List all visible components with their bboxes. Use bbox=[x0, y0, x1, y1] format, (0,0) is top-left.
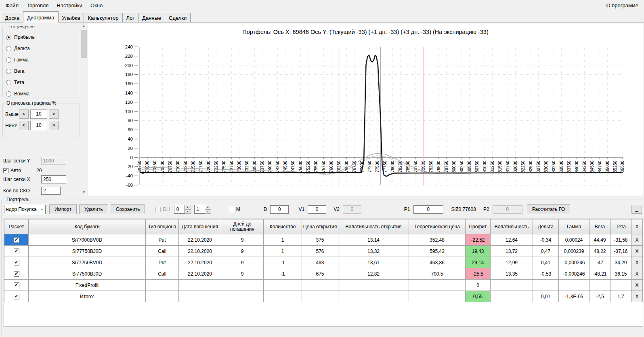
tab-Доска[interactable]: Доска bbox=[1, 13, 23, 22]
cell-theoretical-price[interactable] bbox=[409, 291, 466, 302]
cell-theta[interactable]: -31,58 bbox=[610, 234, 631, 246]
delete-row-button[interactable]: X bbox=[631, 291, 643, 302]
cell-gamma[interactable]: -0,000246 bbox=[559, 268, 589, 280]
tab-Сделки[interactable]: Сделки bbox=[165, 13, 191, 22]
cell-theoretical-price[interactable] bbox=[409, 280, 466, 291]
delete-row-button[interactable]: X bbox=[631, 246, 643, 257]
spinner-up-icon[interactable]: ▲ bbox=[205, 205, 211, 209]
cell-gamma[interactable]: -0,000246 bbox=[559, 257, 589, 268]
cell-theoretical-price[interactable]: 595,43 bbox=[409, 246, 466, 257]
cell-open-price[interactable]: 576 bbox=[302, 246, 338, 257]
cell-vega[interactable] bbox=[589, 280, 610, 291]
column-header[interactable]: Тета bbox=[610, 219, 631, 234]
cell-option-type[interactable]: Put bbox=[146, 257, 179, 268]
cell-option-type[interactable] bbox=[146, 291, 179, 302]
cell-volatility[interactable]: 12,99 bbox=[491, 257, 533, 268]
row-checkbox[interactable] bbox=[14, 249, 19, 254]
spinner-up-icon[interactable]: ▲ bbox=[185, 205, 191, 209]
cell-option-type[interactable]: Put bbox=[146, 234, 179, 246]
cell-open-volatility[interactable] bbox=[338, 291, 409, 302]
radio-Дельта[interactable]: Дельта bbox=[6, 43, 79, 54]
column-header[interactable]: Профит bbox=[466, 219, 491, 234]
cell-theta[interactable]: -37,16 bbox=[610, 246, 631, 257]
column-header[interactable]: Количество bbox=[264, 219, 302, 234]
sko-count-input[interactable] bbox=[41, 187, 61, 195]
scroll-down-icon[interactable]: ▼ bbox=[80, 189, 87, 196]
radio-Гамма[interactable]: Гамма bbox=[6, 54, 79, 65]
cell-vega[interactable]: 48,22 bbox=[589, 246, 610, 257]
cell-open-volatility[interactable]: 13,61 bbox=[338, 257, 409, 268]
cell-open-price[interactable]: 375 bbox=[302, 234, 338, 246]
chevron-down-icon[interactable]: ▼ bbox=[39, 208, 45, 211]
cell-open-price[interactable] bbox=[302, 280, 338, 291]
calc-checkbox-cell[interactable] bbox=[4, 234, 29, 246]
cell-open-price[interactable]: 675 bbox=[302, 268, 338, 280]
cell-gamma[interactable]: 0,000239 bbox=[559, 246, 589, 257]
cell-theta[interactable]: 36,15 bbox=[610, 268, 631, 280]
cell-delta[interactable]: -0,53 bbox=[533, 268, 559, 280]
cell-quantity[interactable] bbox=[264, 280, 302, 291]
row-checkbox[interactable] bbox=[14, 260, 19, 265]
calc-checkbox-cell[interactable] bbox=[4, 291, 29, 302]
cell-gamma[interactable]: 0,00024 bbox=[559, 234, 589, 246]
radio-Тета[interactable]: Тета bbox=[6, 77, 79, 88]
cell-vega[interactable]: 44,49 bbox=[589, 234, 610, 246]
column-header[interactable]: Дельта bbox=[533, 219, 559, 234]
column-header[interactable]: Теоретическая цена bbox=[409, 219, 466, 234]
calc-checkbox-cell[interactable] bbox=[4, 268, 29, 280]
column-header[interactable]: Тип опциона bbox=[146, 219, 179, 234]
menu-file[interactable]: Файл bbox=[2, 1, 23, 10]
menu-about[interactable]: О программе bbox=[602, 1, 642, 10]
cell-code[interactable]: Si77250BV0D bbox=[29, 257, 146, 268]
cell-expiry-date[interactable]: 22.10.2020 bbox=[179, 257, 221, 268]
scroll-up-icon[interactable]: ▲ bbox=[80, 23, 87, 29]
cell-delta[interactable]: 0,41 bbox=[533, 257, 559, 268]
delete-row-button[interactable]: X bbox=[631, 234, 643, 246]
cell-open-volatility[interactable]: 13,14 bbox=[338, 234, 409, 246]
cell-volatility[interactable]: 12,64 bbox=[491, 234, 533, 246]
cell-expiry-date[interactable] bbox=[179, 291, 221, 302]
cell-code[interactable]: Si77500BJ0D bbox=[29, 268, 146, 280]
delete-row-button[interactable]: X bbox=[631, 280, 643, 291]
column-header[interactable]: X bbox=[631, 219, 643, 234]
tab-Лог[interactable]: Лог bbox=[122, 13, 139, 22]
cell-quantity[interactable] bbox=[264, 291, 302, 302]
column-header[interactable]: Вега bbox=[589, 219, 610, 234]
calc-checkbox-cell[interactable] bbox=[4, 280, 29, 291]
cell-delta[interactable]: -0,34 bbox=[533, 234, 559, 246]
cell-option-type[interactable] bbox=[146, 280, 179, 291]
dh-spinner-2[interactable]: 1 ▲▼ bbox=[194, 205, 211, 214]
cell-theoretical-price[interactable]: 352,48 bbox=[409, 234, 466, 246]
above-decrease-button[interactable]: < bbox=[19, 110, 29, 119]
import-button[interactable]: Импорт bbox=[49, 204, 77, 214]
cell-profit[interactable]: 19,43 bbox=[466, 246, 491, 257]
cell-quantity[interactable]: 1 bbox=[264, 246, 302, 257]
cell-volatility[interactable]: 13,35 bbox=[491, 268, 533, 280]
column-header[interactable]: Волатильность открытия bbox=[338, 219, 409, 234]
cell-days-to-expiry[interactable] bbox=[221, 291, 264, 302]
cell-code[interactable]: Si77000BV0D bbox=[29, 234, 146, 246]
v1-input[interactable] bbox=[308, 205, 326, 214]
column-header[interactable]: Дней до погашения bbox=[221, 219, 264, 234]
m-checkbox[interactable] bbox=[229, 207, 234, 212]
dh-spinner-1[interactable]: 0 ▲▼ bbox=[174, 205, 191, 214]
row-checkbox[interactable] bbox=[14, 271, 19, 277]
cell-profit[interactable]: -25,5 bbox=[466, 268, 491, 280]
tab-Данные[interactable]: Данные bbox=[138, 13, 165, 22]
calc-checkbox-cell[interactable] bbox=[4, 246, 29, 257]
cell-expiry-date[interactable]: 22.10.2020 bbox=[179, 246, 221, 257]
spinner-down-icon[interactable]: ▼ bbox=[205, 209, 211, 214]
delete-row-button[interactable]: X bbox=[631, 257, 643, 268]
column-header[interactable]: Расчет bbox=[4, 219, 29, 234]
below-decrease-button[interactable]: < bbox=[19, 121, 29, 130]
radio-Вомма[interactable]: Вомма bbox=[6, 88, 79, 99]
cell-option-type[interactable]: Call bbox=[146, 246, 179, 257]
column-header[interactable]: Код бумаги bbox=[29, 219, 146, 234]
cell-open-price[interactable]: 493 bbox=[302, 257, 338, 268]
spinner-down-icon[interactable]: ▼ bbox=[185, 209, 191, 214]
row-checkbox[interactable] bbox=[14, 294, 19, 299]
cell-theoretical-price[interactable]: 700,5 bbox=[409, 268, 466, 280]
panel-scrollbar[interactable]: ▲ ▼ bbox=[80, 23, 87, 196]
column-header[interactable]: Гамма bbox=[559, 219, 589, 234]
cell-code[interactable]: FixedProfit bbox=[29, 280, 146, 291]
